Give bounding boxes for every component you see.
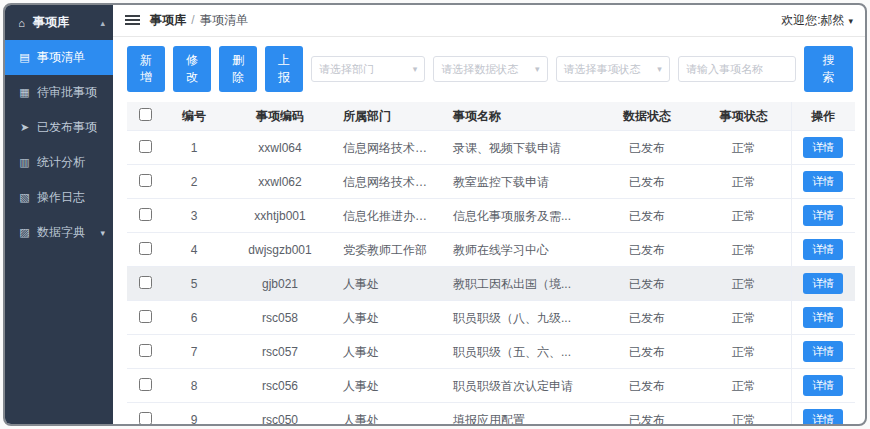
search-button[interactable]: 搜索 bbox=[804, 46, 853, 92]
cell-no: 7 bbox=[163, 335, 225, 369]
cell-item-status: 正常 bbox=[697, 335, 791, 369]
edit-button[interactable]: 修改 bbox=[173, 46, 211, 92]
cell-data-status: 已发布 bbox=[597, 301, 697, 335]
select-placeholder: 请选择数据状态 bbox=[441, 62, 518, 77]
home-icon: ⌂ bbox=[15, 17, 28, 29]
send-icon: ➤ bbox=[18, 121, 31, 134]
row-checkbox[interactable] bbox=[139, 344, 152, 357]
row-checkbox[interactable] bbox=[139, 412, 152, 425]
cell-data-status: 已发布 bbox=[597, 131, 697, 165]
row-checkbox[interactable] bbox=[139, 174, 152, 187]
sidebar: ⌂ 事项库 ▴ ▤ 事项清单 ▦ 待审批事项 ➤ 已发布事项 ▥ 统计分析 ▧ … bbox=[5, 5, 113, 424]
report-button[interactable]: 上报 bbox=[265, 46, 303, 92]
cell-code: xxwl062 bbox=[225, 165, 335, 199]
cell-no: 9 bbox=[163, 403, 225, 427]
table-row[interactable]: 5 gjb021 人事处 教职工因私出国（境... 已发布 正常 详情 bbox=[127, 267, 855, 301]
cell-name: 信息化事项服务及需... bbox=[445, 199, 597, 233]
row-checkbox[interactable] bbox=[139, 310, 152, 323]
sidebar-item-label: 统计分析 bbox=[37, 154, 85, 171]
add-button[interactable]: 新增 bbox=[127, 46, 165, 92]
sidebar-item-label: 待审批事项 bbox=[37, 84, 97, 101]
cell-dept: 信息化推进办公室 bbox=[335, 199, 445, 233]
delete-button[interactable]: 删除 bbox=[219, 46, 257, 92]
cell-dept: 人事处 bbox=[335, 369, 445, 403]
column-header: 事项名称 bbox=[445, 102, 597, 131]
cell-item-status: 正常 bbox=[697, 233, 791, 267]
cell-code: xxwl064 bbox=[225, 131, 335, 165]
user-menu[interactable]: 欢迎您:郝然 ▾ bbox=[781, 12, 853, 29]
column-header: 操作 bbox=[791, 102, 855, 131]
sidebar-item-published[interactable]: ➤ 已发布事项 bbox=[5, 110, 113, 145]
detail-button[interactable]: 详情 bbox=[803, 307, 843, 328]
welcome-text: 欢迎您:郝然 bbox=[781, 12, 844, 29]
chevron-down-icon: ▾ bbox=[100, 228, 105, 238]
table-row[interactable]: 2 xxwl062 信息网络技术中心 教室监控下载申请 已发布 正常 详情 bbox=[127, 165, 855, 199]
toolbar: 新增 修改 删除 上报 请选择部门 ▾ 请选择数据状态 ▾ 请选择事项状态 ▾ bbox=[127, 46, 851, 92]
sidebar-item-logs[interactable]: ▧ 操作日志 bbox=[5, 180, 113, 215]
cell-data-status: 已发布 bbox=[597, 233, 697, 267]
cell-name: 职员职级（八、九级... bbox=[445, 301, 597, 335]
sidebar-header-label: 事项库 bbox=[33, 14, 69, 31]
detail-button[interactable]: 详情 bbox=[803, 137, 843, 158]
item-status-select[interactable]: 请选择事项状态 ▾ bbox=[556, 56, 670, 82]
table-row[interactable]: 3 xxhtjb001 信息化推进办公室 信息化事项服务及需... 已发布 正常… bbox=[127, 199, 855, 233]
cell-dept: 信息网络技术中心 bbox=[335, 165, 445, 199]
item-name-input[interactable] bbox=[678, 56, 796, 82]
sidebar-item-stats[interactable]: ▥ 统计分析 bbox=[5, 145, 113, 180]
data-status-select[interactable]: 请选择数据状态 ▾ bbox=[433, 56, 547, 82]
list-icon: ▤ bbox=[18, 51, 31, 64]
cell-name: 教职工因私出国（境... bbox=[445, 267, 597, 301]
chevron-down-icon: ▾ bbox=[413, 64, 418, 74]
items-table: 编号 事项编码 所属部门 事项名称 数据状态 事项状态 操作 1 xxwl064 bbox=[127, 102, 855, 426]
sidebar-header[interactable]: ⌂ 事项库 ▴ bbox=[5, 5, 113, 40]
log-icon: ▧ bbox=[18, 191, 31, 204]
table-row[interactable]: 9 rsc050 人事处 填报应用配置 已发布 正常 详情 bbox=[127, 403, 855, 427]
detail-button[interactable]: 详情 bbox=[803, 171, 843, 192]
cell-item-status: 正常 bbox=[697, 199, 791, 233]
table-row[interactable]: 8 rsc056 人事处 职员职级首次认定申请 已发布 正常 详情 bbox=[127, 369, 855, 403]
cell-name: 录课、视频下载申请 bbox=[445, 131, 597, 165]
chevron-down-icon: ▾ bbox=[848, 16, 853, 26]
cell-code: rsc056 bbox=[225, 369, 335, 403]
table-row[interactable]: 4 dwjsgzb001 党委教师工作部 教师在线学习中心 已发布 正常 详情 bbox=[127, 233, 855, 267]
detail-button[interactable]: 详情 bbox=[803, 409, 843, 426]
detail-button[interactable]: 详情 bbox=[803, 341, 843, 362]
sidebar-item-dictionary[interactable]: ▨ 数据字典 ▾ bbox=[5, 215, 113, 250]
cell-dept: 人事处 bbox=[335, 403, 445, 427]
cell-item-status: 正常 bbox=[697, 403, 791, 427]
table-row[interactable]: 6 rsc058 人事处 职员职级（八、九级... 已发布 正常 详情 bbox=[127, 301, 855, 335]
sidebar-item-pending[interactable]: ▦ 待审批事项 bbox=[5, 75, 113, 110]
row-checkbox[interactable] bbox=[139, 242, 152, 255]
sidebar-item-list[interactable]: ▤ 事项清单 bbox=[5, 40, 113, 75]
app-window: ⌂ 事项库 ▴ ▤ 事项清单 ▦ 待审批事项 ➤ 已发布事项 ▥ 统计分析 ▧ … bbox=[3, 3, 867, 426]
detail-button[interactable]: 详情 bbox=[803, 375, 843, 396]
breadcrumb-root[interactable]: 事项库 bbox=[150, 13, 186, 27]
breadcrumb-separator: / bbox=[191, 13, 194, 27]
detail-button[interactable]: 详情 bbox=[803, 273, 843, 294]
cell-no: 6 bbox=[163, 301, 225, 335]
row-checkbox[interactable] bbox=[139, 378, 152, 391]
cell-dept: 党委教师工作部 bbox=[335, 233, 445, 267]
table-row[interactable]: 1 xxwl064 信息网络技术中心 录课、视频下载申请 已发布 正常 详情 bbox=[127, 131, 855, 165]
cell-name: 职员职级（五、六、... bbox=[445, 335, 597, 369]
approval-icon: ▦ bbox=[18, 86, 31, 99]
cell-no: 5 bbox=[163, 267, 225, 301]
sidebar-item-label: 操作日志 bbox=[37, 189, 85, 206]
collapse-menu-icon[interactable] bbox=[125, 15, 140, 26]
sidebar-item-label: 数据字典 bbox=[37, 224, 85, 241]
row-checkbox[interactable] bbox=[139, 208, 152, 221]
select-all-checkbox[interactable] bbox=[139, 108, 152, 121]
row-checkbox[interactable] bbox=[139, 140, 152, 153]
cell-name: 教师在线学习中心 bbox=[445, 233, 597, 267]
table-row[interactable]: 7 rsc057 人事处 职员职级（五、六、... 已发布 正常 详情 bbox=[127, 335, 855, 369]
chart-icon: ▥ bbox=[18, 156, 31, 169]
row-checkbox[interactable] bbox=[139, 276, 152, 289]
breadcrumb-current: 事项清单 bbox=[200, 13, 248, 27]
department-select[interactable]: 请选择部门 ▾ bbox=[311, 56, 425, 82]
detail-button[interactable]: 详情 bbox=[803, 205, 843, 226]
cell-item-status: 正常 bbox=[697, 165, 791, 199]
cell-data-status: 已发布 bbox=[597, 267, 697, 301]
dictionary-icon: ▨ bbox=[18, 226, 31, 239]
detail-button[interactable]: 详情 bbox=[803, 239, 843, 260]
column-header: 事项状态 bbox=[697, 102, 791, 131]
